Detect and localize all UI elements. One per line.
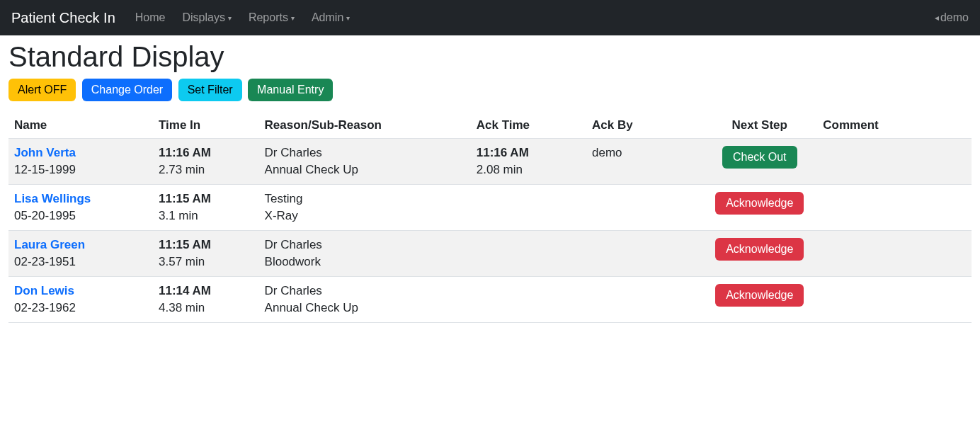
set-filter-button[interactable]: Set Filter (178, 79, 242, 101)
patient-dob: 02-23-1951 (14, 255, 147, 269)
nav-link-label: Reports (249, 11, 288, 24)
cell-timein: 11:15 AM3.57 min (153, 231, 259, 277)
cell-reason: TestingX-Ray (259, 185, 471, 231)
cell-nextstep: Acknowledge (702, 185, 817, 231)
cell-nextstep: Check Out (702, 139, 817, 185)
table-row: Laura Green02-23-195111:15 AM3.57 minDr … (8, 231, 972, 277)
time-in-value: 11:14 AM (159, 284, 253, 298)
cell-acktime: 11:16 AM2.08 min (471, 139, 586, 185)
col-nextstep-header: Next Step (702, 113, 817, 139)
table-row: Don Lewis02-23-196211:14 AM4.38 minDr Ch… (8, 277, 972, 323)
col-name-header: Name (8, 113, 153, 139)
patient-dob: 02-23-1962 (14, 301, 147, 315)
ack-time-value: 11:16 AM (477, 146, 581, 160)
cell-comment (817, 277, 972, 323)
main-navbar: Patient Check In HomeDisplays▾Reports▾Ad… (0, 0, 980, 35)
table-header-row: Name Time In Reason/Sub-Reason Ack Time … (8, 113, 972, 139)
cell-timein: 11:16 AM2.73 min (153, 139, 259, 185)
cell-reason: Dr CharlesAnnual Check Up (259, 277, 471, 323)
cell-timein: 11:15 AM3.1 min (153, 185, 259, 231)
sub-reason: Bloodwork (265, 255, 465, 269)
cell-comment (817, 139, 972, 185)
action-buttons: Alert OFF Change Order Set Filter Manual… (8, 79, 972, 101)
time-in-value: 11:16 AM (159, 146, 253, 160)
time-in-duration: 3.57 min (159, 255, 253, 269)
cell-ackby: demo (586, 139, 702, 185)
col-reason-header: Reason/Sub-Reason (259, 113, 471, 139)
patient-dob: 05-20-1995 (14, 209, 147, 223)
col-acktime-header: Ack Time (471, 113, 586, 139)
manual-entry-button[interactable]: Manual Entry (248, 79, 333, 101)
nav-link-label: Admin (312, 11, 343, 24)
nav-link-label: Home (135, 11, 166, 24)
nav-link-label: Displays (182, 11, 224, 24)
cell-acktime (471, 231, 586, 277)
nav-items: HomeDisplays▾Reports▾Admin▾ (127, 6, 359, 30)
cell-ackby (586, 231, 702, 277)
cell-ackby (586, 185, 702, 231)
reason: Dr Charles (265, 146, 465, 160)
col-timein-header: Time In (153, 113, 259, 139)
cell-comment (817, 185, 972, 231)
patient-table: Name Time In Reason/Sub-Reason Ack Time … (8, 113, 972, 323)
table-row: John Verta12-15-199911:16 AM2.73 minDr C… (8, 139, 972, 185)
cell-comment (817, 231, 972, 277)
page-title: Standard Display (8, 41, 972, 73)
cell-ackby (586, 277, 702, 323)
nav-link-admin[interactable]: Admin▾ (303, 6, 358, 30)
patient-name-link[interactable]: Lisa Wellings (14, 192, 147, 206)
cell-reason: Dr CharlesAnnual Check Up (259, 139, 471, 185)
sub-reason: Annual Check Up (265, 301, 465, 315)
check-out-button[interactable]: Check Out (722, 146, 797, 169)
reason: Testing (265, 192, 465, 206)
time-in-duration: 4.38 min (159, 301, 253, 315)
sub-reason: X-Ray (265, 209, 465, 223)
chevron-down-icon: ▾ (228, 14, 232, 22)
time-in-value: 11:15 AM (159, 238, 253, 252)
cell-timein: 11:14 AM4.38 min (153, 277, 259, 323)
brand-link[interactable]: Patient Check In (11, 10, 115, 26)
chevron-down-icon: ▾ (346, 14, 350, 22)
cell-reason: Dr CharlesBloodwork (259, 231, 471, 277)
col-comment-header: Comment (817, 113, 972, 139)
col-ackby-header: Ack By (586, 113, 702, 139)
nav-link-displays[interactable]: Displays▾ (173, 6, 239, 30)
cell-name: Laura Green02-23-1951 (8, 231, 153, 277)
nav-link-home[interactable]: Home (127, 6, 174, 30)
alert-off-button[interactable]: Alert OFF (8, 79, 76, 101)
acknowledge-button[interactable]: Acknowledge (715, 284, 804, 307)
acknowledge-button[interactable]: Acknowledge (715, 192, 804, 215)
time-in-duration: 2.73 min (159, 163, 253, 177)
change-order-button[interactable]: Change Order (82, 79, 172, 101)
time-in-value: 11:15 AM (159, 192, 253, 206)
cell-nextstep: Acknowledge (702, 231, 817, 277)
patient-dob: 12-15-1999 (14, 163, 147, 177)
patient-name-link[interactable]: Don Lewis (14, 284, 147, 298)
cell-name: Don Lewis02-23-1962 (8, 277, 153, 323)
cell-name: John Verta12-15-1999 (8, 139, 153, 185)
table-row: Lisa Wellings05-20-199511:15 AM3.1 minTe… (8, 185, 972, 231)
reason: Dr Charles (265, 238, 465, 252)
cell-name: Lisa Wellings05-20-1995 (8, 185, 153, 231)
reason: Dr Charles (265, 284, 465, 298)
chevron-down-icon: ▾ (291, 14, 295, 22)
patient-name-link[interactable]: John Verta (14, 146, 147, 160)
patient-name-link[interactable]: Laura Green (14, 238, 147, 252)
back-caret-icon: ◂ (935, 13, 939, 23)
sub-reason: Annual Check Up (265, 163, 465, 177)
cell-acktime (471, 185, 586, 231)
nav-user-label: demo (940, 11, 969, 24)
ack-time-duration: 2.08 min (477, 163, 581, 177)
acknowledge-button[interactable]: Acknowledge (715, 238, 804, 261)
nav-link-reports[interactable]: Reports▾ (240, 6, 303, 30)
cell-nextstep: Acknowledge (702, 277, 817, 323)
nav-user[interactable]: ◂ demo (935, 11, 969, 24)
time-in-duration: 3.1 min (159, 209, 253, 223)
cell-acktime (471, 277, 586, 323)
main-container: Standard Display Alert OFF Change Order … (0, 35, 980, 331)
